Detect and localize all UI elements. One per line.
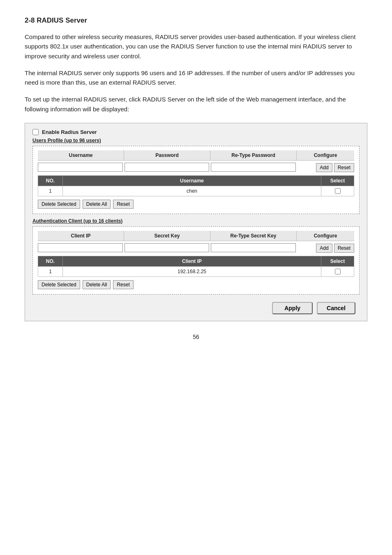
users-columns-header: Username Password Re-Type Password Confi… <box>38 150 354 161</box>
users-add-button[interactable]: Add <box>316 163 332 172</box>
users-section-box: Username Password Re-Type Password Confi… <box>32 146 360 214</box>
intro-para-3: To set up the internal RADIUS server, cl… <box>25 94 367 114</box>
clients-col-secret-key: Secret Key <box>124 231 210 241</box>
page-title: 2-8 RADIUS Server <box>25 16 367 25</box>
client-row-select-checkbox[interactable] <box>335 269 341 274</box>
users-table: NO. Username Select 1 chen <box>38 175 354 196</box>
clients-col-retype-secret-key: Re-Type Secret Key <box>210 231 297 241</box>
clients-col-client-ip: Client IP <box>38 231 124 241</box>
enable-radius-label: Enable Radius Server <box>42 129 97 135</box>
users-delete-all-button[interactable]: Delete All <box>83 200 111 209</box>
enable-radius-checkbox[interactable] <box>32 129 39 135</box>
users-delete-row: Delete Selected Delete All Reset <box>38 200 354 209</box>
users-col-password: Password <box>124 150 210 160</box>
page-number: 56 <box>25 334 367 340</box>
client-ip-input[interactable] <box>38 243 123 252</box>
clients-table-client-ip-header: Client IP <box>63 256 321 266</box>
users-col-retype-password: Re-Type Password <box>210 150 297 160</box>
users-col-username: Username <box>38 150 124 160</box>
radius-server-form: Enable Radius Server Users Profile (up t… <box>25 123 367 321</box>
clients-table-select-header: Select <box>321 256 354 266</box>
intro-para-2: The internal RADIUS server only supports… <box>25 68 367 88</box>
client-row-no: 1 <box>38 266 63 276</box>
clients-table-no-header: NO. <box>38 256 63 266</box>
users-table-no-header: NO. <box>38 175 63 186</box>
clients-section-title: Authentication Client (up to 16 clients) <box>32 218 360 224</box>
clients-col-configure: Configure <box>297 231 354 241</box>
intro-para-1: Compared to other wireless security meas… <box>25 32 367 61</box>
clients-add-reset: Add Reset <box>297 244 354 253</box>
clients-input-row: Add Reset <box>38 243 354 253</box>
clients-delete-selected-button[interactable]: Delete Selected <box>38 280 80 289</box>
apply-button[interactable]: Apply <box>272 302 313 314</box>
retype-secret-key-input[interactable] <box>211 243 296 252</box>
users-table-username-header: Username <box>63 175 321 186</box>
retype-password-input[interactable] <box>211 163 296 172</box>
clients-delete-all-button[interactable]: Delete All <box>83 280 111 289</box>
client-row-select-cell <box>321 266 354 276</box>
users-col-configure: Configure <box>297 150 354 160</box>
users-add-reset: Add Reset <box>297 163 354 172</box>
user-row-username: chen <box>63 186 321 196</box>
clients-columns-header: Client IP Secret Key Re-Type Secret Key … <box>38 231 354 241</box>
clients-delete-row: Delete Selected Delete All Reset <box>38 280 354 289</box>
users-table-select-header: Select <box>321 175 354 186</box>
users-section-title: Users Profile (up to 96 users) <box>32 138 360 143</box>
enable-radius-row: Enable Radius Server <box>32 129 360 135</box>
password-input[interactable] <box>125 163 210 172</box>
table-row: 1 192.168.2.25 <box>38 266 354 276</box>
users-input-row: Add Reset <box>38 162 354 172</box>
form-bottom-buttons: Apply Cancel <box>32 302 360 314</box>
users-delete-selected-button[interactable]: Delete Selected <box>38 200 80 209</box>
clients-section-box: Client IP Secret Key Re-Type Secret Key … <box>32 226 360 295</box>
user-row-select-checkbox[interactable] <box>335 188 341 194</box>
table-row: 1 chen <box>38 186 354 196</box>
user-row-select-cell <box>321 186 354 196</box>
secret-key-input[interactable] <box>125 243 210 252</box>
user-row-no: 1 <box>38 186 63 196</box>
clients-reset-button[interactable]: Reset <box>334 244 354 253</box>
username-input[interactable] <box>38 163 123 172</box>
users-reset-bottom-button[interactable]: Reset <box>113 200 133 209</box>
users-reset-button[interactable]: Reset <box>334 163 354 172</box>
cancel-button[interactable]: Cancel <box>317 302 355 314</box>
client-row-ip: 192.168.2.25 <box>63 266 321 276</box>
clients-table: NO. Client IP Select 1 192.168.2.25 <box>38 256 354 277</box>
clients-add-button[interactable]: Add <box>316 244 332 253</box>
clients-reset-bottom-button[interactable]: Reset <box>113 280 133 289</box>
